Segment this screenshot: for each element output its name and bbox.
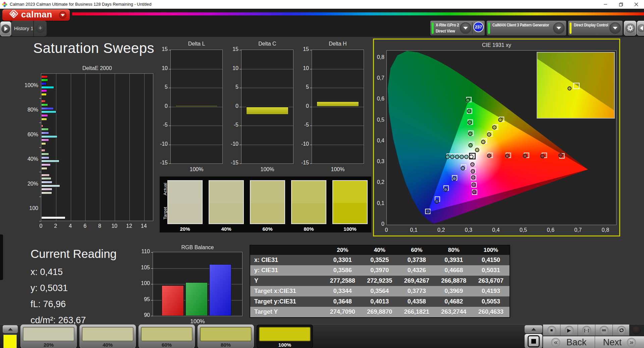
y-tick bbox=[169, 69, 171, 69]
measured-green-80 bbox=[467, 109, 471, 113]
gridline bbox=[312, 145, 364, 145]
cie-1931-panel[interactable]: CIE 1931 xy00,10,20,30,40,50,60,70,800,1… bbox=[373, 39, 620, 236]
y-tick-label: -15 bbox=[226, 160, 238, 166]
display-control-dropdown[interactable]: Direct Display Control bbox=[568, 21, 623, 36]
deltae-bar-80%-4 bbox=[41, 114, 48, 117]
x-tick bbox=[578, 225, 579, 225]
swatch-button-label: 100% bbox=[257, 342, 313, 348]
pattern-swatch-button-80%[interactable]: 80% bbox=[198, 325, 254, 348]
maximize-button[interactable] bbox=[613, 0, 629, 9]
window-panel-expand-button[interactable] bbox=[525, 325, 542, 333]
transport-loop-infinite-button[interactable]: ∞ bbox=[595, 325, 613, 336]
measured-cyan-80 bbox=[450, 155, 454, 159]
y-tick bbox=[151, 284, 153, 284]
target-row-label: Target bbox=[163, 203, 168, 223]
swatch-label: 80% bbox=[291, 226, 326, 232]
y-tick-label: -5 bbox=[297, 122, 309, 128]
window-pattern-icon bbox=[528, 335, 540, 347]
y-tick bbox=[39, 123, 41, 123]
x-tick bbox=[469, 225, 469, 225]
back-button[interactable]: « Back bbox=[543, 336, 595, 348]
deltae-bar-60%-3 bbox=[41, 135, 57, 138]
add-tab-button[interactable]: + bbox=[33, 21, 47, 36]
deltae-bar-20%-1 bbox=[41, 177, 51, 180]
deltae-bar-80%-1 bbox=[41, 103, 48, 106]
inset-target-square bbox=[573, 83, 580, 89]
pattern-window-button[interactable] bbox=[525, 334, 542, 348]
y-tick bbox=[39, 172, 41, 172]
y-tick-label: 100 bbox=[19, 205, 38, 211]
y-tick bbox=[169, 88, 171, 88]
pattern-swatch-button-100%[interactable]: 100% bbox=[257, 325, 313, 348]
y-tick bbox=[169, 50, 171, 50]
swatch-target bbox=[209, 203, 243, 223]
delta_h-bar bbox=[317, 101, 359, 107]
y-tick bbox=[39, 147, 41, 148]
swatch-label: 100% bbox=[332, 226, 368, 232]
swatch-40% bbox=[209, 180, 244, 224]
rainbow-stripe bbox=[72, 12, 644, 15]
cell-value: 0,4668 bbox=[435, 265, 473, 276]
measured-magenta-80 bbox=[472, 183, 476, 187]
transport-play-button[interactable]: ▶ bbox=[560, 325, 578, 336]
transport-repeat-button[interactable] bbox=[613, 325, 630, 336]
y-tick-label: 15 bbox=[156, 46, 168, 52]
range-icon: [··] bbox=[582, 326, 591, 335]
transport-stop-button[interactable]: ■ bbox=[543, 325, 560, 336]
x-tick bbox=[606, 225, 606, 225]
window-titlebar: Calman 2023 Calman Ultimate for Business… bbox=[0, 0, 644, 9]
close-button[interactable] bbox=[629, 0, 644, 9]
settings-button[interactable] bbox=[624, 21, 636, 36]
measured-magenta-100 bbox=[472, 190, 476, 194]
y-tick-label: 0 bbox=[226, 103, 238, 109]
delta-c-chart: Delta C151050-5-10-15100% bbox=[241, 37, 295, 178]
pattern-swatch-button-60%[interactable]: 60% bbox=[139, 325, 195, 348]
x-tick-label: 0,4 bbox=[489, 227, 502, 233]
pattern-swatch-button-20%[interactable]: 20% bbox=[20, 325, 77, 348]
gridline bbox=[312, 126, 364, 126]
y-tick bbox=[239, 88, 241, 88]
x-tick-label: 0,7 bbox=[571, 227, 585, 233]
collapse-toolbar-button[interactable] bbox=[637, 21, 644, 36]
x-tick-label: 0,2 bbox=[434, 227, 448, 233]
swatch-actual bbox=[333, 181, 367, 203]
meter-count-badge[interactable]: 237 bbox=[473, 22, 484, 32]
x-tick-label: 6 bbox=[78, 223, 92, 229]
column-header bbox=[250, 245, 324, 255]
x-tick-label: 12 bbox=[122, 223, 136, 229]
column-header: 100% bbox=[472, 245, 510, 255]
y-tick bbox=[39, 221, 41, 221]
y-tick-label: -10 bbox=[156, 141, 168, 147]
y-tick bbox=[169, 145, 171, 145]
minimize-button[interactable] bbox=[598, 0, 613, 9]
triangle-up-icon bbox=[531, 328, 536, 331]
cell-value: 0,3586 bbox=[324, 265, 361, 276]
divider bbox=[472, 22, 473, 34]
delta_l-bar bbox=[175, 106, 218, 107]
transport-range-button[interactable]: [··] bbox=[578, 325, 595, 336]
pattern-generator-dropdown[interactable]: CalMAN Client 3 Pattern Generator bbox=[487, 21, 566, 36]
cell-value: 269,4267 bbox=[398, 276, 435, 286]
pattern-panel-expand-button[interactable] bbox=[3, 325, 18, 333]
left-panel-handle[interactable] bbox=[0, 234, 3, 280]
y-tick bbox=[239, 107, 241, 107]
deltae-bar-100%-3 bbox=[41, 86, 54, 89]
tab-history-1[interactable]: History 1 bbox=[11, 21, 33, 36]
y-tick-label: 95 bbox=[139, 296, 150, 302]
pattern-swatch-button-40%[interactable]: 40% bbox=[79, 325, 136, 348]
calman-menu-button[interactable]: calman bbox=[2, 9, 70, 21]
repeat-icon bbox=[617, 326, 626, 335]
current-pattern-swatch[interactable] bbox=[3, 335, 17, 348]
tab-scroll-button[interactable] bbox=[0, 21, 11, 36]
next-button[interactable]: Next » bbox=[595, 336, 644, 348]
x-tick bbox=[414, 225, 415, 225]
measured-blue-100 bbox=[426, 210, 430, 213]
x-tick-label: 2 bbox=[49, 223, 62, 229]
column-header: 60% bbox=[398, 245, 435, 255]
y-tick-label: 15 bbox=[226, 46, 238, 52]
x-tick bbox=[441, 225, 442, 225]
deltae-bar-40%-0 bbox=[41, 149, 45, 152]
measured-cyan-60 bbox=[455, 155, 459, 159]
measured-red-100 bbox=[559, 153, 562, 157]
y-tick-label: 40% bbox=[19, 156, 38, 162]
